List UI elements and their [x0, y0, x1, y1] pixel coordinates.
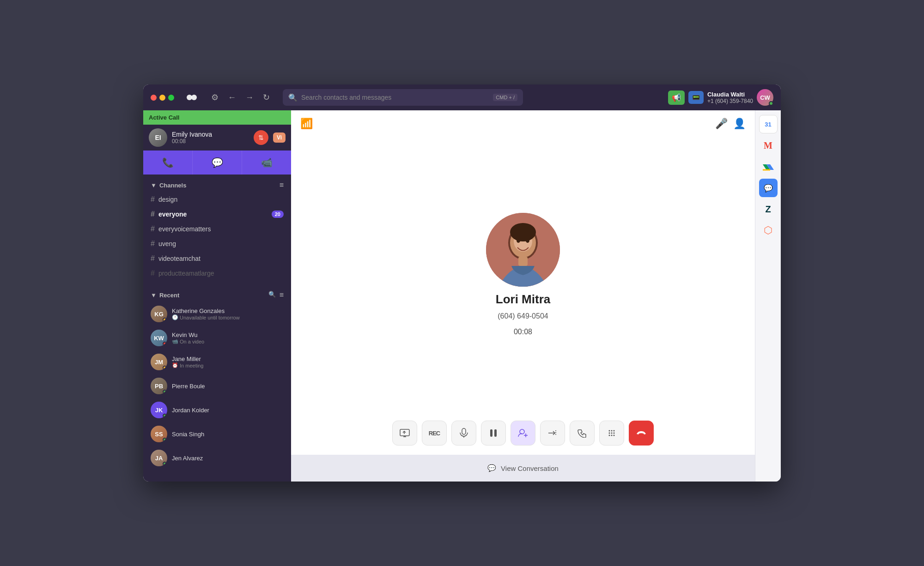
center-pane: 📶 🎤 👤: [291, 110, 755, 482]
announcement-icon[interactable]: 📢: [668, 90, 685, 105]
zendesk-app-icon[interactable]: Z: [759, 200, 778, 218]
recent-item-sonia[interactable]: SS Sonia Singh: [143, 422, 291, 446]
user-name: Claudia Walti: [707, 91, 753, 98]
status-indicator: [163, 342, 167, 346]
recent-item-jen[interactable]: JA Jen Alvarez: [143, 446, 291, 470]
screen-share-button[interactable]: [392, 421, 417, 446]
svg-point-22: [611, 433, 613, 434]
channel-name: productteamatlarge: [158, 270, 284, 277]
recent-item-jane[interactable]: JM Jane Miller ⏰ In meeting: [143, 350, 291, 374]
recent-item-kevin[interactable]: KW Kevin Wu 📹 On a video: [143, 326, 291, 350]
recent-info: Pierre Boule: [172, 383, 284, 390]
recent-collapse-icon[interactable]: ▼: [151, 292, 157, 299]
svg-point-20: [614, 430, 615, 432]
recent-label: Recent: [159, 292, 179, 299]
recent-search-icon[interactable]: 🔍: [268, 291, 276, 299]
meeting-icon: ⏰: [172, 362, 178, 368]
forward-icon[interactable]: →: [243, 91, 255, 104]
contact-photo: [486, 213, 560, 287]
channel-item-videoteamchat[interactable]: # videoteamchat: [143, 251, 291, 266]
video-action-button[interactable]: 📹: [242, 151, 291, 175]
svg-rect-11: [462, 428, 466, 434]
recent-name: Jen Alvarez: [172, 455, 284, 462]
channel-hash-icon: #: [151, 240, 155, 248]
back-icon[interactable]: ←: [226, 91, 238, 104]
recent-info: Sonia Singh: [172, 431, 284, 438]
record-button[interactable]: REC: [422, 421, 447, 446]
signal-bars-icon: 📶: [300, 118, 313, 130]
recent-menu-icon[interactable]: ≡: [280, 291, 284, 299]
hubspot-app-icon[interactable]: ⬡: [759, 221, 778, 240]
maximize-button[interactable]: [168, 95, 174, 101]
settings-icon[interactable]: ⚙: [209, 90, 220, 104]
record-icon: REC: [429, 430, 440, 437]
titlebar-right: 📢 📟 Claudia Walti +1 (604) 359-7840 CW: [668, 89, 773, 106]
channel-item-everyvoicematters[interactable]: # everyvoicematters: [143, 222, 291, 236]
recent-info: Kevin Wu 📹 On a video: [172, 331, 284, 344]
calendar-app-icon[interactable]: 31: [759, 115, 778, 133]
search-icon: 🔍: [288, 93, 298, 102]
keypad-button[interactable]: [599, 421, 624, 446]
app-logo: [183, 89, 200, 106]
drive-app-icon[interactable]: [759, 157, 778, 176]
channel-item-design[interactable]: # design: [143, 192, 291, 207]
active-call-row[interactable]: EI Emily Ivanova 00:08 ⇅ Vi: [143, 125, 291, 151]
add-contact-button[interactable]: [511, 421, 535, 446]
channel-hash-icon: #: [151, 254, 155, 263]
message-action-button[interactable]: 💬: [193, 151, 242, 175]
svg-point-25: [611, 435, 613, 436]
recent-avatar: JM: [151, 354, 167, 370]
recent-name: Kevin Wu: [172, 331, 284, 338]
recent-section: ▼ Recent 🔍 ≡ KG Katherine Gonzales: [143, 284, 291, 470]
channel-item-uveng[interactable]: # uveng: [143, 236, 291, 251]
active-call-avatar: EI: [149, 128, 167, 147]
transfer-button[interactable]: [540, 421, 565, 446]
unread-badge: 20: [272, 211, 284, 218]
callback-button[interactable]: [570, 421, 595, 446]
channel-item-everyone[interactable]: # everyone 20: [143, 207, 291, 222]
search-input[interactable]: [301, 94, 489, 101]
refresh-icon[interactable]: ↻: [261, 90, 272, 104]
swap-call-button[interactable]: ⇅: [254, 130, 268, 145]
microphone-icon[interactable]: 🎤: [715, 118, 728, 130]
active-call-info: Emily Ivanova 00:08: [172, 131, 249, 145]
recent-avatar: SS: [151, 426, 167, 442]
mute-button[interactable]: [451, 421, 476, 446]
recent-name: Sonia Singh: [172, 431, 284, 438]
dialpad-icon[interactable]: 📟: [688, 91, 704, 104]
hold-button[interactable]: [481, 421, 506, 446]
channels-menu-icon[interactable]: ≡: [280, 181, 284, 189]
end-call-button[interactable]: [629, 421, 654, 446]
gmail-app-icon[interactable]: M: [759, 136, 778, 155]
phone-action-button[interactable]: 📞: [143, 151, 193, 175]
channels-collapse-icon[interactable]: ▼: [151, 182, 157, 189]
recent-item-jordan[interactable]: JK Jordan Kolder: [143, 398, 291, 422]
chat-app-icon[interactable]: 💬: [759, 179, 778, 197]
recent-avatar: JK: [151, 402, 167, 418]
channels-label: Channels: [159, 182, 187, 189]
svg-point-8: [510, 223, 536, 241]
search-bar[interactable]: 🔍 CMD + /: [283, 89, 523, 106]
contact-name: Lori Mitra: [496, 292, 550, 307]
view-conversation-label: View Conversation: [501, 464, 559, 472]
channel-name: everyone: [158, 211, 268, 218]
svg-point-26: [614, 435, 615, 436]
recent-name: Pierre Boule: [172, 383, 284, 390]
channel-hash-icon: #: [151, 225, 155, 233]
recent-name: Katherine Gonzales: [172, 307, 284, 314]
call-controls: REC: [291, 411, 755, 455]
user-info: Claudia Walti +1 (604) 359-7840 CW: [707, 89, 773, 106]
channel-item-productteamatlarge[interactable]: # productteamatlarge: [143, 266, 291, 281]
video-status-icon: 📹: [172, 338, 178, 344]
recent-info: Katherine Gonzales 🕐 Unavailable until t…: [172, 307, 284, 320]
svg-point-1: [191, 95, 197, 100]
vi-badge: Vi: [273, 132, 286, 143]
recent-item-pierre[interactable]: PB Pierre Boule: [143, 374, 291, 398]
close-button[interactable]: [151, 95, 157, 101]
view-conversation-button[interactable]: 💬 View Conversation: [291, 455, 755, 482]
minimize-button[interactable]: [159, 95, 165, 101]
status-indicator: [163, 414, 167, 418]
sidebar: Active Call EI Emily Ivanova 00:08 ⇅ Vi …: [143, 110, 291, 482]
recent-item-katherine[interactable]: KG Katherine Gonzales 🕐 Unavailable unti…: [143, 302, 291, 326]
contact-icon[interactable]: 👤: [733, 118, 746, 130]
